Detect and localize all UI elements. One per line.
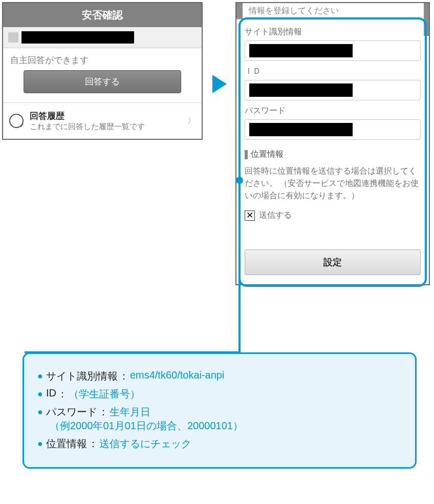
callout-value: ems4/tk60/tokai-anpi: [130, 369, 225, 381]
settings-button[interactable]: 設定: [245, 249, 421, 275]
registration-panel: 情報を登録してください サイト識別情報 ＩＤ パスワード 位置情報 回答時に位置…: [235, 2, 430, 285]
callout-value: （学生証番号）: [69, 387, 140, 401]
history-description: これまでに回答した履歴一覧です: [30, 122, 187, 132]
callout-box: ● サイト識別情報 ： ems4/tk60/tokai-anpi ● ID ： …: [23, 352, 417, 469]
callout-item-site: ● サイト識別情報 ： ems4/tk60/tokai-anpi: [37, 369, 402, 383]
panel-header: 安否確認: [3, 3, 202, 27]
callout-list: ● サイト識別情報 ： ems4/tk60/tokai-anpi ● ID ： …: [37, 369, 402, 451]
arrow-right-icon: [212, 75, 227, 93]
safety-confirmation-panel: 安否確認 自主回答ができます 回答する 回答履歴 これまでに回答した履歴一覧です…: [2, 2, 203, 140]
section-tick-icon: [245, 150, 248, 159]
topbar-text: 情報を登録してください: [249, 6, 339, 16]
callout-key: サイト識別情報: [46, 369, 118, 383]
send-checkbox-row[interactable]: ✕ 送信する: [245, 210, 421, 221]
password-label: パスワード: [245, 106, 421, 116]
bullet-icon: ●: [37, 387, 43, 401]
password-redacted: [249, 123, 353, 136]
topbar: 情報を登録してください: [236, 3, 429, 19]
user-row: [3, 27, 202, 48]
password-input[interactable]: [245, 119, 421, 140]
site-id-input[interactable]: [245, 40, 421, 61]
location-header-text: 位置情報: [251, 149, 284, 160]
id-redacted: [249, 83, 353, 97]
send-checkbox[interactable]: ✕: [245, 211, 255, 221]
site-id-redacted: [249, 44, 353, 57]
connector-vertical: [238, 179, 241, 353]
id-label: ＩＤ: [245, 66, 421, 77]
id-input[interactable]: [245, 80, 421, 100]
answer-button[interactable]: 回答する: [24, 70, 181, 93]
self-answer-message: 自主回答ができます: [3, 48, 202, 67]
callout-sub: （例2000年01月01日の場合、20000101）: [50, 419, 402, 433]
history-icon: [9, 114, 24, 128]
user-name-redacted: [21, 31, 134, 44]
history-row[interactable]: 回答履歴 これまでに回答した履歴一覧です 〉: [3, 102, 202, 139]
callout-value: 生年月日: [110, 405, 150, 419]
chevron-right-icon: 〉: [187, 116, 196, 127]
connector-dot: [236, 177, 243, 184]
site-id-label: サイト識別情報: [245, 27, 421, 37]
send-checkbox-label: 送信する: [259, 210, 292, 221]
callout-item-id: ● ID ： （学生証番号）: [37, 387, 402, 401]
bullet-icon: ●: [37, 369, 43, 383]
callout-item-location: ● 位置情報 ： 送信するにチェック: [37, 437, 402, 451]
gray-stub-left: [236, 3, 243, 19]
callout-key: 位置情報: [46, 437, 87, 451]
history-title: 回答履歴: [30, 110, 187, 122]
callout-key: パスワード: [46, 405, 97, 419]
person-icon: [8, 32, 18, 43]
callout-value: 送信するにチェック: [99, 437, 191, 451]
bullet-icon: ●: [37, 405, 43, 419]
connector-horizontal: [25, 351, 241, 353]
location-section-header: 位置情報: [245, 149, 421, 160]
location-description: 回答時に位置情報を送信する場合は選択してください。 （安否サービスで地図連携機能…: [245, 165, 421, 202]
callout-item-password: ● パスワード ： 生年月日 （例2000年01月01日の場合、20000101…: [37, 405, 402, 433]
bullet-icon: ●: [37, 437, 43, 451]
callout-key: ID: [46, 387, 56, 399]
